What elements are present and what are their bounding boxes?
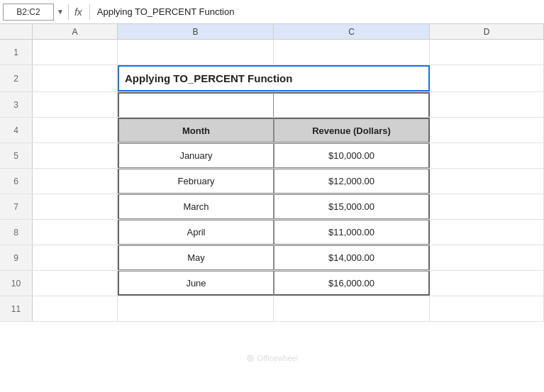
cell-5a[interactable] (33, 143, 118, 168)
cell-6d[interactable] (430, 169, 544, 194)
dropdown-arrow-icon[interactable]: ▼ (57, 8, 64, 16)
cell-11a[interactable] (33, 296, 118, 321)
cell-4c[interactable]: Revenue (Dollars) (274, 118, 430, 142)
cell-4d[interactable] (430, 118, 544, 142)
row-9: 9 May $14,000.00 (0, 245, 544, 271)
watermark-text: Officewheel (257, 354, 298, 362)
cell-1a[interactable] (33, 40, 118, 65)
col-header-b[interactable]: B (118, 24, 274, 39)
watermark-icon: ⊛ (246, 352, 255, 364)
row-num-4: 4 (0, 118, 33, 142)
cell-reference-box[interactable]: B2:C2 (3, 4, 54, 21)
row-num-1: 1 (0, 40, 33, 65)
cell-ref-text: B2:C2 (16, 7, 40, 17)
top-bar: B2:C2 ▼ fx Applying TO_PERCENT Function (0, 0, 544, 24)
row-num-3: 3 (0, 92, 33, 117)
cell-7a[interactable] (33, 194, 118, 219)
row-2: 2 Applying TO_PERCENT Function (0, 65, 544, 92)
cell-2b-title[interactable]: Applying TO_PERCENT Function (118, 65, 430, 91)
cell-3d[interactable] (430, 92, 544, 117)
row-8: 8 April $11,000.00 (0, 220, 544, 245)
cell-7b[interactable]: March (118, 194, 274, 219)
row-11: 11 (0, 296, 544, 322)
cell-8c[interactable]: $11,000.00 (274, 220, 430, 245)
row-num-9: 9 (0, 245, 33, 270)
cell-1c[interactable] (274, 40, 430, 65)
cell-10a[interactable] (33, 271, 118, 296)
cell-7d[interactable] (430, 194, 544, 219)
col-header-c[interactable]: C (274, 24, 430, 39)
fx-icon: fx (74, 6, 82, 18)
row-4: 4 Month Revenue (Dollars) (0, 118, 544, 143)
row-num-8: 8 (0, 220, 33, 245)
cell-4b[interactable]: Month (118, 118, 274, 142)
cell-3b[interactable] (118, 92, 274, 117)
cell-1d[interactable] (430, 40, 544, 65)
cell-6a[interactable] (33, 169, 118, 194)
column-headers-row: A B C D (0, 24, 544, 40)
cell-9c[interactable]: $14,000.00 (274, 245, 430, 270)
cell-5b[interactable]: January (118, 143, 274, 168)
cell-3c[interactable] (274, 92, 430, 117)
row-5: 5 January $10,000.00 (0, 143, 544, 169)
col-header-d[interactable]: D (430, 24, 544, 39)
cell-5d[interactable] (430, 143, 544, 168)
formula-content: Applying TO_PERCENT Function (97, 6, 235, 17)
cell-7c[interactable]: $15,000.00 (274, 194, 430, 219)
row-num-6: 6 (0, 169, 33, 194)
cell-11d[interactable] (430, 296, 544, 321)
cell-8d[interactable] (430, 220, 544, 245)
cell-9a[interactable] (33, 245, 118, 270)
cell-3a[interactable] (33, 92, 118, 117)
row-10: 10 June $16,000.00 (0, 271, 544, 296)
cell-10b[interactable]: June (118, 271, 274, 296)
row-num-2: 2 (0, 65, 33, 91)
cell-2a[interactable] (33, 65, 118, 91)
formula-bar-divider2 (89, 4, 90, 20)
row-6: 6 February $12,000.00 (0, 169, 544, 194)
cell-9b[interactable]: May (118, 245, 274, 270)
row-num-7: 7 (0, 194, 33, 219)
cell-4a[interactable] (33, 118, 118, 142)
cell-1b[interactable] (118, 40, 274, 65)
watermark: ⊛ Officewheel (246, 352, 298, 364)
cell-6b[interactable]: February (118, 169, 274, 194)
row-num-5: 5 (0, 143, 33, 168)
spreadsheet: A B C D 1 2 Applying TO_PERCENT Function… (0, 24, 544, 322)
row-1: 1 (0, 40, 544, 65)
cell-11c[interactable] (274, 296, 430, 321)
cell-10d[interactable] (430, 271, 544, 296)
col-header-a[interactable]: A (33, 24, 118, 39)
cell-6c[interactable]: $12,000.00 (274, 169, 430, 194)
cell-5c[interactable]: $10,000.00 (274, 143, 430, 168)
cell-10c[interactable]: $16,000.00 (274, 271, 430, 296)
cell-11b[interactable] (118, 296, 274, 321)
row-3: 3 (0, 92, 544, 118)
row-7: 7 March $15,000.00 (0, 194, 544, 220)
row-num-11: 11 (0, 296, 33, 321)
cell-9d[interactable] (430, 245, 544, 270)
cell-8b[interactable]: April (118, 220, 274, 245)
formula-bar-divider (68, 4, 69, 20)
row-num-header (0, 24, 33, 39)
cell-2d[interactable] (430, 65, 544, 91)
row-num-10: 10 (0, 271, 33, 296)
cell-8a[interactable] (33, 220, 118, 245)
